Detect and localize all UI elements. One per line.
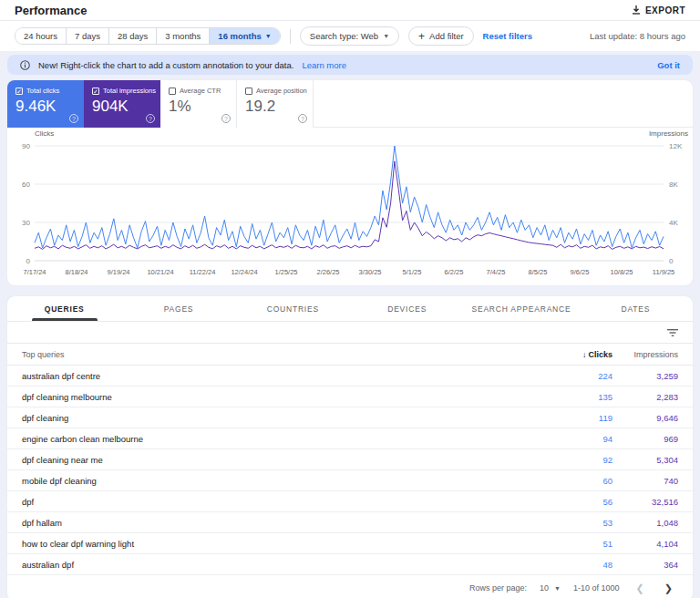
pagination-range: 1-10 of 1000: [573, 583, 620, 593]
tab-search-appearance[interactable]: SEARCH APPEARANCE: [464, 296, 578, 321]
performance-page: Performance EXPORT 24 hours7 days28 days…: [0, 0, 700, 598]
metric-card-average-position[interactable]: ✓Average position19.2?: [237, 80, 314, 128]
table-row[interactable]: australian dpf centre2243,259: [7, 366, 693, 387]
metric-label: Total impressions: [103, 87, 156, 95]
query-cell: dpf: [22, 497, 549, 507]
learn-more-link[interactable]: Learn more: [302, 60, 346, 70]
tab-devices[interactable]: DEVICES: [350, 296, 464, 321]
annotation-banner: New! Right-click the chart to add a cust…: [7, 55, 693, 75]
help-icon[interactable]: ?: [298, 114, 307, 123]
impressions-cell: 3,259: [612, 371, 678, 381]
date-range-16-months[interactable]: 16 months▼: [210, 28, 279, 44]
x-axis-label: 7/17/24: [23, 268, 46, 276]
date-range-label: 28 days: [118, 31, 148, 41]
filter-bar: 24 hours7 days28 days3 months16 months▼ …: [0, 21, 700, 51]
table-row[interactable]: dpf cleaning1199,646: [7, 407, 693, 428]
date-range-28-days[interactable]: 28 days: [109, 28, 157, 44]
table-row[interactable]: mobile dpf cleaning60740: [7, 470, 693, 491]
checkbox-unchecked-icon[interactable]: ✓: [245, 88, 252, 95]
date-range-24-hours[interactable]: 24 hours: [15, 28, 67, 44]
x-axis-label: 9/6/25: [571, 268, 590, 276]
x-axis-label: 9/19/24: [107, 268, 129, 276]
query-cell: mobile dpf cleaning: [22, 476, 549, 486]
tab-pages[interactable]: PAGES: [121, 296, 235, 321]
export-button[interactable]: EXPORT: [632, 5, 685, 15]
reset-filters-link[interactable]: Reset filters: [483, 31, 532, 41]
clicks-cell: 119: [549, 413, 612, 423]
table-row[interactable]: dpf hallam531,048: [7, 512, 693, 533]
clicks-cell: 92: [549, 455, 612, 465]
query-cell: dpf cleaning: [22, 413, 549, 423]
help-icon[interactable]: ?: [69, 114, 78, 123]
left-axis-tick: 0: [26, 257, 31, 265]
table-row[interactable]: australian dpf48364: [7, 554, 693, 575]
right-axis-tick: 8K: [669, 180, 678, 189]
date-range-3-months[interactable]: 3 months: [157, 28, 210, 44]
tab-queries[interactable]: QUERIES: [7, 296, 121, 321]
x-axis-label: 2/26/25: [316, 268, 339, 276]
add-filter-chip[interactable]: + Add filter: [408, 26, 474, 46]
date-range-7-days[interactable]: 7 days: [67, 28, 109, 44]
impressions-cell: 4,104: [612, 539, 678, 549]
checkbox-checked-icon[interactable]: ✓: [15, 88, 23, 95]
metric-label-row: ✓Average CTR: [169, 87, 228, 95]
x-axis-label: 11/9/25: [653, 268, 674, 276]
rows-per-page-select[interactable]: 10 ▼: [540, 583, 561, 593]
clicks-cell: 60: [549, 476, 612, 486]
search-type-chip[interactable]: Search type: Web ▼: [300, 26, 399, 46]
impressions-cell: 1,048: [612, 518, 678, 528]
metric-label: Total clicks: [26, 87, 59, 95]
query-cell: australian dpf centre: [22, 371, 549, 381]
clicks-cell: 53: [549, 518, 612, 528]
table-row[interactable]: engine carbon clean melbourne94969: [7, 428, 693, 449]
clicks-cell: 56: [549, 497, 612, 507]
chevron-down-icon: ▼: [265, 33, 272, 39]
previous-page-button[interactable]: ❮: [633, 583, 648, 594]
right-axis-title: Impressions: [649, 129, 688, 138]
table-row[interactable]: dpf5632,516: [7, 491, 693, 512]
table-row[interactable]: dpf cleaning near me925,304: [7, 449, 693, 470]
metric-label-row: ✓Total clicks: [15, 87, 76, 95]
x-axis-label: 12/24/24: [231, 268, 257, 276]
chevron-down-icon: ▼: [383, 33, 389, 39]
column-header-queries[interactable]: Top queries: [22, 350, 549, 359]
column-header-clicks[interactable]: ↓Clicks: [549, 350, 612, 359]
got-it-button[interactable]: Got it: [657, 60, 680, 70]
clicks-cell: 224: [549, 371, 612, 381]
performance-chart[interactable]: 9012K608K304K00ClicksImpressions7/17/248…: [7, 128, 693, 284]
impressions-cell: 364: [612, 560, 678, 570]
x-axis-label: 10/21/24: [147, 268, 173, 276]
metric-card-average-ctr[interactable]: ✓Average CTR1%?: [160, 80, 237, 128]
right-axis-tick: 4K: [669, 219, 678, 227]
metric-card-total-clicks[interactable]: ✓Total clicks9.46K?: [7, 80, 84, 128]
tab-dates[interactable]: DATES: [579, 296, 693, 321]
x-axis-label: 6/2/25: [445, 268, 464, 276]
date-range-segmented-control: 24 hours7 days28 days3 months16 months▼: [15, 27, 281, 45]
help-icon[interactable]: ?: [146, 114, 155, 123]
chevron-down-icon: ▼: [554, 585, 561, 592]
table-row[interactable]: dpf cleaning melbourne1352,283: [7, 387, 693, 407]
table-row[interactable]: how to clear dpf warning light514,104: [7, 533, 693, 554]
banner-text: New! Right-click the chart to add a cust…: [38, 60, 293, 70]
metric-value: 1%: [169, 98, 228, 116]
left-axis-title: Clicks: [35, 129, 54, 138]
help-icon[interactable]: ?: [221, 114, 231, 123]
checkbox-unchecked-icon[interactable]: ✓: [169, 88, 176, 95]
x-axis-label: 3/30/25: [358, 268, 381, 276]
x-axis-label: 7/4/25: [487, 268, 506, 276]
checkbox-checked-icon[interactable]: ✓: [92, 88, 99, 95]
series-line-total-clicks: [35, 146, 664, 248]
impressions-cell: 2,283: [612, 392, 678, 402]
query-cell: australian dpf: [22, 560, 549, 570]
query-cell: how to clear dpf warning light: [22, 539, 549, 549]
rows-per-page-label: Rows per page:: [469, 583, 527, 593]
left-axis-tick: 30: [22, 219, 30, 227]
metric-card-total-impressions[interactable]: ✓Total impressions904K?: [84, 80, 160, 128]
last-update-text: Last update: 8 hours ago: [590, 31, 685, 41]
metric-label: Average CTR: [180, 87, 221, 95]
next-page-button[interactable]: ❯: [661, 583, 676, 594]
filter-list-icon[interactable]: [667, 328, 678, 337]
tab-countries[interactable]: COUNTRIES: [236, 296, 350, 321]
column-header-impressions[interactable]: Impressions: [612, 350, 678, 359]
impressions-cell: 32,516: [612, 497, 678, 507]
